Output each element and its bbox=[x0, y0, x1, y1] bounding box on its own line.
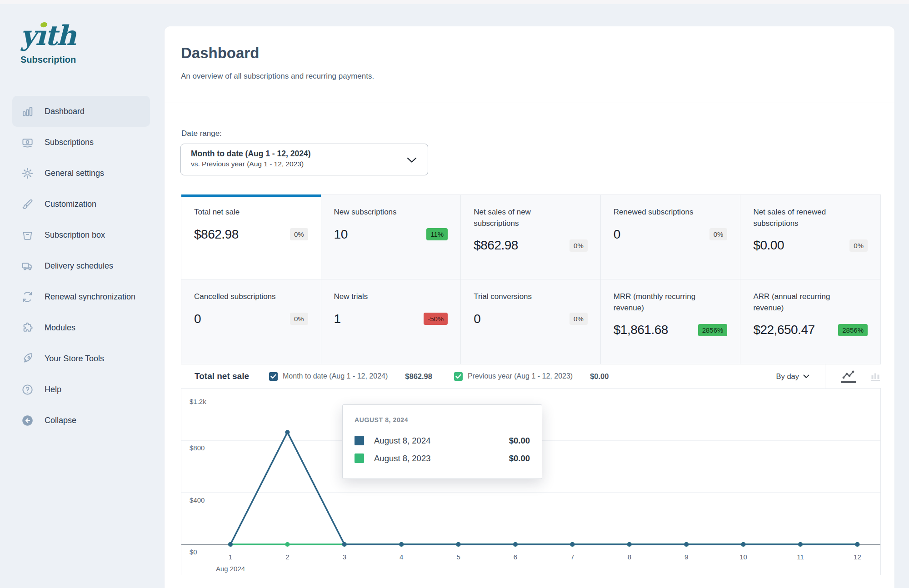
stat-value: $0.00 bbox=[753, 238, 784, 253]
stat-value: 0 bbox=[614, 227, 620, 242]
stat-value: 0 bbox=[474, 312, 480, 326]
tooltip-row: August 8, 2024 $0.00 bbox=[343, 432, 542, 449]
sidebar-item-label: Subscription box bbox=[45, 230, 105, 240]
sidebar-item-label: Modules bbox=[45, 323, 75, 333]
svg-text:Aug 2024: Aug 2024 bbox=[216, 565, 245, 573]
sidebar-item-help[interactable]: Help bbox=[12, 374, 150, 405]
sidebar-item-label: Delivery schedules bbox=[45, 261, 113, 271]
series-2023-checkbox[interactable] bbox=[454, 372, 463, 381]
truck-icon bbox=[21, 260, 34, 272]
date-range-secondary: vs. Previous year (Aug 1 - 12, 2023) bbox=[191, 160, 400, 168]
stat-card-new-subscriptions[interactable]: New subscriptions 1011% bbox=[321, 195, 461, 279]
brand-logo[interactable]: yıth Subscription bbox=[20, 22, 76, 65]
chart-header: Total net sale Month to date (Aug 1 - 12… bbox=[181, 364, 881, 389]
svg-text:1: 1 bbox=[229, 553, 232, 561]
stat-card-net-sales-new-subscriptions[interactable]: Net sales of new subscriptions $862.980% bbox=[461, 195, 601, 279]
stat-label: Renewed subscriptions bbox=[614, 207, 713, 218]
chart-title: Total net sale bbox=[195, 371, 249, 381]
stat-value: $862.98 bbox=[194, 227, 239, 242]
stat-label: Trial conversions bbox=[474, 291, 573, 303]
sidebar-item-dashboard[interactable]: Dashboard bbox=[12, 96, 150, 127]
bar-chart-icon[interactable] bbox=[870, 371, 881, 382]
chart-tooltip: AUGUST 8, 2024 August 8, 2024 $0.00 Augu… bbox=[342, 404, 542, 479]
sidebar-item-label: Renewal synchronization bbox=[45, 292, 135, 302]
svg-text:$1.2k: $1.2k bbox=[190, 398, 206, 405]
yith-logo: yıth bbox=[20, 22, 76, 49]
stat-card-renewed-subscriptions[interactable]: Renewed subscriptions 00% bbox=[601, 195, 741, 279]
sidebar-item-collapse[interactable]: Collapse bbox=[12, 405, 150, 436]
sidebar-item-modules[interactable]: Modules bbox=[12, 312, 150, 343]
stat-value: $862.98 bbox=[474, 238, 518, 253]
svg-text:11: 11 bbox=[797, 553, 804, 561]
svg-text:4: 4 bbox=[400, 553, 403, 561]
product-name: Subscription bbox=[20, 55, 76, 65]
line-chart-icon[interactable] bbox=[841, 370, 856, 383]
sidebar-item-label: Customization bbox=[45, 199, 96, 209]
sidebar-item-label: Your Store Tools bbox=[45, 354, 104, 364]
tooltip-row-label: August 8, 2023 bbox=[374, 453, 430, 463]
stat-label: New subscriptions bbox=[334, 207, 433, 218]
stat-value: $22,650.47 bbox=[753, 323, 814, 337]
stat-card-new-trials[interactable]: New trials 1-50% bbox=[321, 279, 461, 364]
date-range-label: Date range: bbox=[181, 129, 222, 138]
main-panel: Dashboard An overview of all subscriptio… bbox=[165, 26, 894, 588]
stat-label: ARR (annual recurring revenue) bbox=[753, 291, 852, 314]
bar-chart-icon bbox=[21, 105, 34, 118]
chevron-down-icon bbox=[407, 157, 417, 165]
stat-change-badge: 0% bbox=[849, 239, 868, 252]
stat-change-badge: 2856% bbox=[698, 324, 728, 336]
stat-card-cancelled-subscriptions[interactable]: Cancelled subscriptions 00% bbox=[181, 279, 321, 364]
stat-change-badge: 0% bbox=[709, 228, 728, 240]
sidebar-item-subscriptions[interactable]: Subscriptions bbox=[12, 127, 150, 158]
stat-change-badge: 0% bbox=[569, 239, 588, 252]
tooltip-row-value: $0.00 bbox=[509, 436, 530, 446]
stat-card-arr[interactable]: ARR (annual recurring revenue) $22,650.4… bbox=[740, 279, 880, 364]
tooltip-row-label: August 8, 2024 bbox=[374, 436, 430, 446]
sidebar-item-label: Dashboard bbox=[45, 107, 85, 116]
stat-change-badge: 2856% bbox=[838, 324, 868, 336]
stat-value: 0 bbox=[194, 312, 201, 326]
tooltip-row-value: $0.00 bbox=[509, 453, 530, 463]
svg-text:$400: $400 bbox=[190, 496, 205, 504]
series-2024-checkbox[interactable] bbox=[269, 372, 278, 381]
stat-change-badge: 11% bbox=[426, 228, 448, 240]
series-2023-value: $0.00 bbox=[590, 372, 609, 381]
header-vertical-divider bbox=[825, 364, 825, 389]
page-subtitle: An overview of all subscriptions and rec… bbox=[181, 72, 374, 81]
sidebar-item-label: Subscriptions bbox=[45, 138, 94, 147]
stat-change-badge: 0% bbox=[290, 228, 308, 240]
box-icon bbox=[21, 229, 34, 241]
tooltip-row: August 8, 2023 $0.00 bbox=[343, 449, 542, 467]
stat-card-net-sales-renewed-subscriptions[interactable]: Net sales of renewed subscriptions $0.00… bbox=[740, 195, 880, 279]
stat-change-badge: -50% bbox=[424, 313, 448, 325]
stat-change-badge: 0% bbox=[290, 313, 308, 325]
stat-label: Net sales of renewed subscriptions bbox=[753, 207, 852, 229]
stat-label: Cancelled subscriptions bbox=[194, 291, 293, 303]
interval-label: By day bbox=[776, 372, 799, 381]
stat-card-total-net-sale[interactable]: Total net sale $862.980% bbox=[181, 195, 321, 279]
series-2024-value: $862.98 bbox=[405, 372, 432, 381]
stat-label: Net sales of new subscriptions bbox=[474, 207, 573, 229]
sidebar-item-customization[interactable]: Customization bbox=[12, 189, 150, 219]
puzzle-icon bbox=[21, 322, 34, 334]
svg-text:12: 12 bbox=[854, 553, 861, 561]
app-root: yıth Subscription Dashboard Subscription… bbox=[0, 0, 909, 588]
sidebar-item-your-store-tools[interactable]: Your Store Tools bbox=[12, 343, 150, 374]
question-circle-icon bbox=[21, 384, 34, 396]
series-2023-label: Previous year (Aug 1 - 12, 2023) bbox=[468, 372, 573, 380]
svg-text:3: 3 bbox=[343, 553, 346, 561]
sidebar-item-subscription-box[interactable]: Subscription box bbox=[12, 219, 150, 250]
sidebar-item-label: Help bbox=[45, 385, 61, 394]
header-divider bbox=[165, 103, 894, 103]
interval-select[interactable]: By day bbox=[776, 372, 809, 381]
date-range-select[interactable]: Month to date (Aug 1 - 12, 2024) vs. Pre… bbox=[180, 144, 428, 175]
sidebar-item-general-settings[interactable]: General settings bbox=[12, 158, 150, 189]
sidebar-item-renewal-synchronization[interactable]: Renewal synchronization bbox=[12, 281, 150, 312]
stat-card-mrr[interactable]: MRR (monthly recurring revenue) $1,861.6… bbox=[601, 279, 741, 364]
series-2024-swatch-icon bbox=[355, 436, 364, 445]
stat-card-trial-conversions[interactable]: Trial conversions 00% bbox=[461, 279, 601, 364]
banknote-icon bbox=[21, 136, 34, 149]
rocket-icon bbox=[21, 353, 34, 365]
stat-value: $1,861.68 bbox=[614, 323, 668, 337]
sidebar-item-delivery-schedules[interactable]: Delivery schedules bbox=[12, 250, 150, 281]
